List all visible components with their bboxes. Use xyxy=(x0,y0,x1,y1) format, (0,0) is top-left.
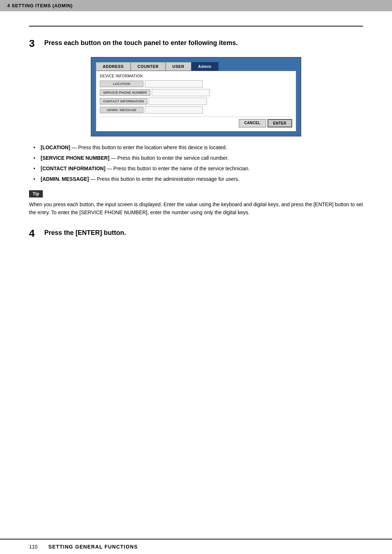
tip-text: When you press each button, the input sc… xyxy=(29,200,363,217)
enter-button[interactable]: ENTER xyxy=(268,119,292,127)
tab-user[interactable]: USER xyxy=(166,62,191,71)
main-content: 3 Press each button on the touch panel t… xyxy=(0,11,392,269)
location-button[interactable]: LOCATION xyxy=(100,81,143,87)
footer-page-number: 110 xyxy=(29,544,37,550)
contact-info-field[interactable] xyxy=(149,98,207,105)
header-text: 4 SETTING ITEMS (ADMIN) xyxy=(7,3,73,8)
step3-block: 3 Press each button on the touch panel t… xyxy=(29,37,363,216)
step4-number: 4 xyxy=(29,227,40,240)
service-phone-field[interactable] xyxy=(152,89,210,96)
device-info-label: DEVICE INFORMATION xyxy=(100,74,292,78)
panel-row-admin-msg: ADMIN. MESSAGE xyxy=(100,106,292,114)
panel-row-contact: CONTACT INFORMATION xyxy=(100,98,292,105)
header-bar: 4 SETTING ITEMS (ADMIN) xyxy=(0,0,392,11)
bullet-bold-2: [SERVICE PHONE NUMBER] xyxy=(41,155,110,161)
tab-counter[interactable]: COUNTER xyxy=(131,62,166,71)
tab-address[interactable]: ADDRESS xyxy=(96,62,131,71)
panel-row-location: LOCATION xyxy=(100,80,292,87)
admin-message-field[interactable] xyxy=(145,106,203,114)
location-field[interactable] xyxy=(145,80,203,87)
bullet-bold-1: [LOCATION] xyxy=(41,144,70,150)
list-item: [SERVICE PHONE NUMBER] — Press this butt… xyxy=(36,154,363,162)
bullet-text-4: — Press this button to enter the adminis… xyxy=(90,176,240,182)
cancel-button[interactable]: CANCEL xyxy=(239,119,266,127)
tip-label: Tip xyxy=(29,190,43,197)
list-item: [LOCATION] — Press this button to enter … xyxy=(36,144,363,151)
top-divider xyxy=(29,26,363,27)
list-item: [ADMIN. MESSAGE] — Press this button to … xyxy=(36,175,363,183)
bullet-text-3: — Press this button to enter the name of… xyxy=(107,166,250,171)
list-item: [CONTACT INFORMATION] — Press this butto… xyxy=(36,165,363,172)
panel-tabs: ADDRESS COUNTER USER Admin xyxy=(96,62,296,71)
step4-title: Press the [ENTER] button. xyxy=(44,227,126,237)
contact-info-button[interactable]: CONTACT INFORMATION xyxy=(100,98,147,105)
footer-title: SETTING GENERAL FUNCTIONS xyxy=(48,544,138,550)
step3-number: 3 xyxy=(29,37,40,50)
tab-admin[interactable]: Admin xyxy=(191,62,219,71)
bullet-list: [LOCATION] — Press this button to enter … xyxy=(36,144,363,183)
step3-title: Press each button on the touch panel to … xyxy=(44,37,238,47)
page-footer: 110 SETTING GENERAL FUNCTIONS xyxy=(0,539,392,554)
bullet-text-1: — Press this button to enter the locatio… xyxy=(72,144,227,150)
panel-footer: CANCEL ENTER xyxy=(100,117,292,127)
bullet-bold-4: [ADMIN. MESSAGE] xyxy=(41,176,89,182)
service-phone-button[interactable]: SERVICE PHONE NUMBER xyxy=(100,89,150,96)
bullet-text-2: — Press this button to enter the service… xyxy=(111,155,229,161)
bullet-bold-3: [CONTACT INFORMATION] xyxy=(41,166,105,171)
step4-header: 4 Press the [ENTER] button. xyxy=(29,227,363,240)
panel-body: DEVICE INFORMATION LOCATION SERVICE PHON… xyxy=(96,71,296,131)
panel-row-service-phone: SERVICE PHONE NUMBER xyxy=(100,89,292,96)
step3-header: 3 Press each button on the touch panel t… xyxy=(29,37,363,50)
step4-block: 4 Press the [ENTER] button. xyxy=(29,227,363,240)
admin-message-button[interactable]: ADMIN. MESSAGE xyxy=(100,107,143,113)
tip-box: Tip When you press each button, the inpu… xyxy=(29,190,363,217)
panel-screenshot: ADDRESS COUNTER USER Admin DEVICE INFORM… xyxy=(91,57,301,137)
